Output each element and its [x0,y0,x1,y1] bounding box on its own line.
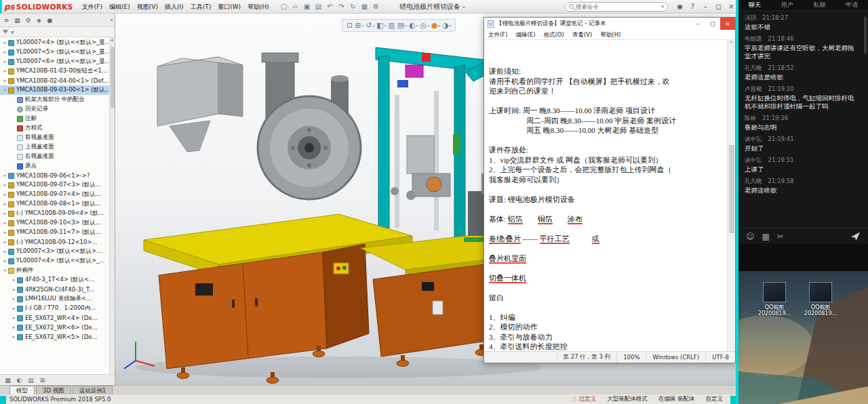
restore-button[interactable]: ◻ [712,0,725,14]
expand-icon[interactable]: ▸ [11,334,17,340]
dimxpertmanager-tab-icon[interactable]: ◈ [34,15,44,25]
display-pane-icon[interactable]: ◐ [14,375,24,385]
panel-collapse-icon[interactable]: « [110,17,113,23]
expand-icon[interactable]: ▸ [2,258,8,264]
zoom-area-icon[interactable]: ⊞▾ [355,21,363,30]
view-orientation-dropdown-icon[interactable]: ▾ [405,24,407,28]
edit-appearance-dropdown-icon[interactable]: ▾ [438,24,440,28]
tree-item[interactable]: ▸4F40-3_1T<4> (默认<... [0,275,109,285]
tree-item[interactable]: ▸YL00007<3> (默认<<默认>... [0,247,109,256]
chat-scrollbar[interactable] [864,16,867,220]
rebuild-icon[interactable]: ↻ [347,1,359,12]
expand-icon[interactable]: ▸ [2,173,8,178]
expand-icon[interactable]: ▸ [11,287,17,292]
expand-icon[interactable]: ▸ [11,315,17,321]
collapse-icon[interactable]: ▾ [2,268,8,273]
tree-item[interactable]: 原点 [0,161,109,171]
view-orientation-icon[interactable]: ▤▾ [397,21,407,30]
previous-view-icon[interactable]: ↺▾ [366,21,374,30]
menu-item-5[interactable]: 窗口(W) [214,0,244,14]
configurationmanager-tab-icon[interactable]: ⚙ [23,15,33,25]
notepad-text-area[interactable]: 课前须知:请用手机看的同学打开 【自动横屏】把手机横过来，欢迎来到自己的课堂！上… [484,40,735,351]
zoom-area-dropdown-icon[interactable]: ▾ [361,24,363,28]
notepad-menu-0[interactable]: 文件(F) [484,30,512,39]
previous-view-dropdown-icon[interactable]: ▾ [372,24,374,28]
menu-item-3[interactable]: 插入(I) [161,0,187,14]
undo-icon[interactable]: ↶ [324,1,336,12]
chat-tab-2[interactable]: 私聊 [813,1,825,9]
open-document-icon[interactable]: ▱ [290,1,301,12]
notepad-scroll-thumb[interactable] [729,145,734,233]
hide-show-items-icon[interactable]: ◎▾ [420,21,429,30]
scroll-up-icon[interactable]: ▲ [111,37,114,41]
minimize-button[interactable]: – [699,0,712,14]
help-button[interactable]: ? [686,0,699,14]
command-search[interactable]: ▾ [565,2,668,12]
expand-icon[interactable]: ▸ [2,68,8,74]
options-icon[interactable]: ⚙ [370,1,382,12]
featuremanager-tab-icon[interactable]: ≡ [1,15,12,25]
tree-item[interactable]: 上视基准面 [0,142,109,152]
notepad-minimize-button[interactable]: – [690,18,705,30]
expand-icon[interactable]: ▸ [2,59,8,64]
image-icon[interactable]: ▦ [762,233,770,241]
menu-item-4[interactable]: 工具(T) [187,0,215,14]
tree-item[interactable]: ▸EE_SX672_WR<6> (De... [0,323,109,332]
chat-message-list[interactable]: 演玥21:18:27这歌不错韦朝源21:18:46宇辰老师讲课还有空听歌，大树老… [738,11,868,228]
tree-item[interactable]: ▸(-) YMCA100B-09-12<10>... [0,237,109,247]
zoom-fit-icon[interactable]: ⊡ [347,21,353,30]
print-document-icon[interactable]: ▤ [313,1,324,12]
menu-item-2[interactable]: 视图(V) [134,0,161,14]
sign-in-icon[interactable]: ◉ [673,0,686,14]
notepad-close-button[interactable]: × [720,18,735,30]
chat-tab-1[interactable]: 用户 [781,1,793,9]
edit-appearance-icon[interactable]: ●▾ [431,21,440,30]
tree-item[interactable]: 右视基准面 [0,152,109,161]
search-dropdown-icon[interactable]: ▾ [661,4,664,9]
split-pane-icon[interactable]: ⊞ [37,375,47,385]
tree-item[interactable]: ▸YMCA100B-02-04-00<1> (Def... [0,76,109,85]
expand-icon[interactable]: ▸ [2,192,8,197]
notepad-menu-3[interactable]: 查看(V) [568,30,596,39]
expand-icon[interactable]: ▸ [11,306,17,311]
notepad-menu-2[interactable]: 格式(O) [540,30,568,39]
chat-input-area[interactable] [738,244,868,271]
tree-item[interactable]: ▸YMCA100B-09-08<1> (默认... [0,199,109,209]
notepad-menu-1[interactable]: 编辑(E) [512,30,540,39]
tree-item[interactable]: ▸(-) GB / T70、1-2000内... [0,304,109,313]
expand-icon[interactable]: ▸ [11,296,17,302]
file-properties-icon[interactable]: ▦ [359,1,370,12]
expand-icon[interactable]: ▸ [2,249,8,254]
screenshot-icon[interactable]: ✂ [777,233,784,241]
tree-item[interactable]: ▸YMCA100B-09-07<3> (默认... [0,180,109,190]
notepad-scroll-up-icon[interactable]: ▲ [730,40,733,43]
tree-item[interactable]: ▸YL00007<4> (默认<<默认>_显... [0,38,109,47]
tree-item[interactable]: ▸LMH16LUU 直线轴承<... [0,294,109,304]
tree-item[interactable]: ▸EE_SX672_WR<4> (De... [0,313,109,323]
tree-item[interactable]: 历史记录 [0,104,109,114]
tree-item[interactable]: ▸YL00007<6> (默认<<默认>_显... [0,57,109,66]
tree-item[interactable]: ▸YMCA100B-09-11<7> (默认... [0,228,109,237]
appearance-pane-icon[interactable]: ▤ [26,375,36,385]
doc-tab-1[interactable]: 3D 视图 [36,386,71,395]
desktop-icon-qq-screenshot[interactable]: QQ截图20200819... [755,282,794,317]
tree-filter-row[interactable]: ▼ [0,27,115,37]
display-style-icon[interactable]: ◐▾ [409,21,418,30]
hide-show-items-dropdown-icon[interactable]: ▾ [427,24,429,28]
tree-item[interactable]: 前视基准面 [0,133,109,142]
doc-tab-0[interactable]: 模型 [9,386,35,395]
notepad-titlebar[interactable]: 【锂电池极片模切设备】课堂笔记 - 记事本 – ◻ × [484,18,735,30]
save-document-icon[interactable]: ▣ [301,1,313,12]
search-input[interactable] [576,3,659,10]
annotation-visibility-icon[interactable]: ▥ [388,21,395,30]
tree-item[interactable]: ▸EE_SX672_WR<5> (De... [0,332,109,342]
tree-scrollbar[interactable]: ▲ [109,37,115,374]
tree-item[interactable]: 注解 [0,114,109,123]
tree-item[interactable]: 机架大板部分 中的配合 [0,95,109,104]
tree-item[interactable]: ▸YMCA100B-09-10<3> (默认... [0,218,109,228]
expand-icon[interactable]: ▸ [2,230,8,235]
tree-item[interactable]: ▸YL00007<4> (默认<<默认>_... [0,256,109,266]
expand-icon[interactable]: ▸ [2,220,8,226]
propertymanager-tab-icon[interactable]: ▦ [12,15,22,25]
notepad-restore-button[interactable]: ◻ [705,18,720,30]
